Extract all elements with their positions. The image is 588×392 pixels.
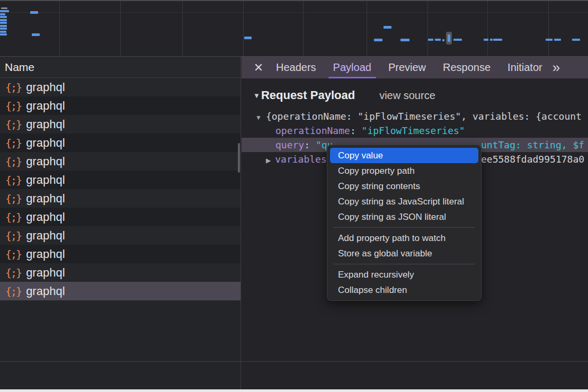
menu-separator (334, 227, 475, 228)
close-icon[interactable]: ✕ (250, 57, 267, 78)
tree-row-operation-name[interactable]: operationName: "ipFlowTimeseries" (242, 123, 588, 138)
timeline-request-bar (0, 16, 7, 18)
menu-item-expand-recursively[interactable]: Expand recursively (330, 267, 478, 282)
json-braces-icon: {;} (5, 248, 21, 261)
property-key: operationName (275, 125, 350, 136)
request-name-label: graphql (26, 247, 65, 261)
timeline-request-bar (1, 7, 7, 9)
request-name-label: graphql (26, 118, 65, 131)
view-source-link[interactable]: view source (379, 90, 435, 102)
timeline-request-bar (453, 39, 462, 41)
menu-item-store-as-global-variable[interactable]: Store as global variable (330, 246, 478, 261)
panel-bottom-divider (0, 361, 588, 362)
request-name-label: graphql (26, 229, 65, 243)
payload-section-title: Request Payload (261, 88, 355, 102)
request-name-label: graphql (26, 192, 65, 206)
menu-separator (334, 264, 475, 264)
json-braces-icon: {;} (5, 266, 21, 279)
request-list-pane: Name {;}graphql{;}graphql{;}graphql{;}gr… (0, 57, 241, 389)
tab-initiator[interactable]: Initiator (500, 57, 550, 78)
json-braces-icon: {;} (5, 137, 21, 149)
json-braces-icon: {;} (5, 285, 21, 298)
menu-item-copy-string-as-json-literal[interactable]: Copy string as JSON literal (330, 209, 478, 225)
timeline-request-bar (442, 39, 444, 41)
request-rows: {;}graphql{;}graphql{;}graphql{;}graphql… (0, 78, 240, 300)
context-menu: Copy valueCopy property pathCopy string … (327, 145, 482, 301)
menu-item-add-property-path-to-watch[interactable]: Add property path to watch (330, 230, 478, 246)
request-row[interactable]: {;}graphql (0, 245, 240, 263)
timeline-request-bar (0, 33, 7, 35)
name-column-header[interactable]: Name (0, 57, 240, 78)
timeline-request-bar (244, 37, 252, 39)
timeline-request-bar (554, 39, 561, 41)
root-object-preview: {operationName: "ipFlowTimeseries", vari… (266, 111, 582, 122)
menu-item-copy-value[interactable]: Copy value (330, 148, 478, 163)
timeline-gridline (182, 1, 183, 56)
request-row[interactable]: {;}graphql (0, 96, 240, 115)
timeline-request-bar (0, 13, 5, 15)
json-braces-icon: {;} (5, 118, 21, 131)
tab-payload[interactable]: Payload (325, 57, 379, 78)
tab-preview[interactable]: Preview (380, 57, 434, 78)
network-overview-timeline[interactable] (0, 0, 588, 57)
request-row[interactable]: {;}graphql (0, 152, 240, 171)
menu-item-copy-string-as-javascript-literal[interactable]: Copy string as JavaScript literal (330, 194, 478, 209)
json-braces-icon: {;} (5, 100, 21, 112)
json-braces-icon: {;} (5, 155, 21, 168)
timeline-gridline (487, 1, 488, 56)
timeline-request-bar (0, 28, 7, 30)
request-row[interactable]: {;}graphql (0, 171, 240, 189)
timeline-request-bar (374, 39, 382, 41)
request-name-label: graphql (26, 136, 65, 150)
tab-headers[interactable]: Headers (268, 57, 324, 78)
tabs-container: HeadersPayloadPreviewResponseInitiator (267, 57, 550, 78)
request-row[interactable]: {;}graphql (0, 208, 240, 226)
request-name-label: graphql (26, 266, 65, 280)
menu-item-copy-property-path[interactable]: Copy property path (330, 163, 478, 179)
request-row[interactable]: {;}graphql (0, 263, 240, 282)
tree-row-root[interactable]: ▼{operationName: "ipFlowTimeseries", var… (242, 109, 588, 123)
timeline-request-bar (32, 33, 40, 36)
network-panel-body: Name {;}graphql{;}graphql{;}graphql{;}gr… (0, 57, 588, 389)
more-tabs-icon[interactable]: » (553, 57, 560, 78)
json-braces-icon: {;} (5, 229, 21, 242)
request-row[interactable]: {;}graphql (0, 115, 240, 133)
timeline-request-bar (0, 10, 9, 12)
expand-arrow-icon[interactable]: ▼ (255, 111, 262, 123)
property-value-string: "ipFlowTimeseries" (362, 125, 465, 136)
request-row[interactable]: {;}graphql (0, 189, 240, 208)
query-value-right-fragment: untTag: string, $f (481, 138, 584, 152)
timeline-gridline (427, 1, 428, 56)
timeline-gridline (59, 1, 60, 56)
request-name-label: graphql (26, 81, 65, 94)
timeline-request-bar (0, 31, 6, 33)
timeline-request-bar (490, 39, 493, 41)
devtools-window: Name {;}graphql{;}graphql{;}graphql{;}gr… (0, 0, 588, 392)
variables-preview-fragment: ee5588fdad995178a0 (481, 152, 584, 166)
json-braces-icon: {;} (5, 81, 21, 94)
request-row[interactable]: {;}graphql (0, 226, 240, 245)
timeline-request-bar (0, 25, 7, 27)
request-row[interactable]: {;}graphql (0, 78, 240, 96)
menu-item-collapse-children[interactable]: Collapse children (330, 282, 478, 298)
timeline-request-bar (0, 19, 7, 21)
section-expand-icon[interactable]: ▼ (253, 92, 260, 100)
timeline-request-bar (435, 39, 441, 41)
menu-item-copy-string-contents[interactable]: Copy string contents (330, 179, 478, 194)
timeline-gridline (548, 1, 549, 56)
timeline-request-bar (572, 39, 580, 41)
timeline-request-bar (484, 39, 488, 41)
request-row-selected[interactable]: {;}graphql (0, 282, 240, 300)
timeline-request-bar (428, 39, 433, 41)
details-tab-bar: ✕ HeadersPayloadPreviewResponseInitiator… (242, 57, 588, 78)
tab-response[interactable]: Response (435, 57, 498, 78)
property-key: variables (275, 154, 327, 165)
request-row[interactable]: {;}graphql (0, 133, 240, 152)
collapsed-arrow-icon[interactable]: ▶ (266, 154, 271, 166)
timeline-request-bar (384, 26, 391, 29)
timeline-request-bar (400, 39, 409, 41)
json-braces-icon: {;} (5, 211, 21, 224)
timeline-gridline (0, 12, 588, 13)
request-list-scrollbar[interactable] (238, 143, 240, 173)
timeline-request-bar (30, 11, 38, 14)
